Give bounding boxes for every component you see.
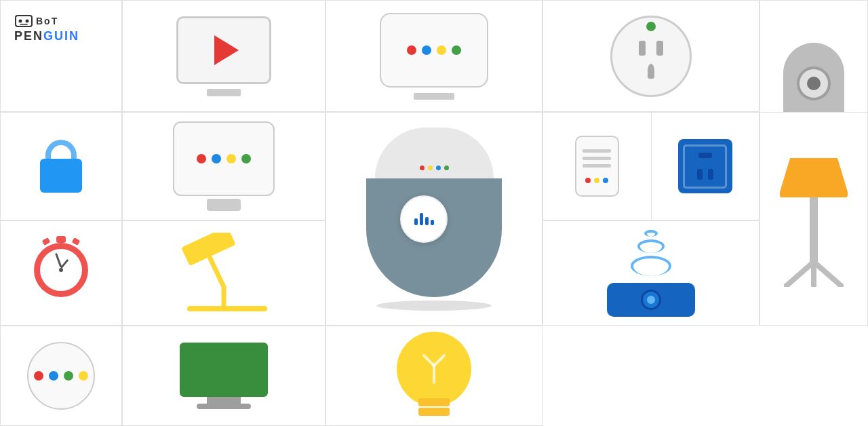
orb-speaker-cell — [0, 326, 122, 426]
mic-bar-1 — [414, 218, 418, 225]
desk-lamp-svg — [170, 233, 278, 314]
router-pupil — [647, 296, 655, 304]
uk-socket-icon — [678, 139, 732, 193]
wifi-arc-inner — [644, 230, 658, 237]
uk-slot-top-wrapper — [689, 153, 721, 158]
mic-button[interactable] — [400, 195, 448, 243]
logo-guin: GUIN — [43, 29, 79, 43]
s-dot-b — [603, 178, 608, 183]
speaker-shadow — [376, 301, 492, 311]
wifi-arc-outer — [631, 256, 671, 276]
speaker-top — [375, 128, 494, 178]
monitor-base — [197, 404, 251, 409]
desk-lamp-cell — [122, 220, 326, 326]
orb-dots — [34, 371, 88, 381]
speaker-dot-blue — [436, 166, 441, 170]
orb-dot-red — [34, 371, 43, 381]
svg-rect-4 — [181, 233, 236, 266]
svg-marker-8 — [780, 158, 848, 192]
mic-bar-4 — [431, 220, 434, 225]
timer-icon-container — [34, 243, 88, 304]
s-dot-r — [585, 178, 591, 183]
mic-bar-3 — [425, 217, 429, 225]
display-dot-green — [241, 154, 251, 163]
monitor-green-icon — [180, 343, 268, 409]
wifi-arcs — [631, 230, 671, 276]
lock-shackle — [45, 140, 77, 160]
uk-slot-right — [708, 169, 713, 180]
dot-red — [407, 45, 416, 55]
google-display-container — [173, 121, 275, 211]
display-dot-yellow — [226, 154, 236, 163]
tv-icon — [176, 16, 271, 84]
lightbulb-svg — [390, 326, 478, 426]
timer-btn-l — [42, 237, 51, 246]
display-dot-red — [197, 154, 206, 163]
outlet-slot-left — [639, 41, 646, 56]
uk-socket-inner — [683, 144, 727, 189]
router-body — [607, 283, 695, 317]
router-eye — [641, 290, 661, 310]
svg-line-11 — [787, 262, 814, 286]
svg-rect-15 — [418, 398, 450, 406]
display-dots — [197, 154, 251, 163]
uk-socket-cell — [652, 113, 760, 220]
floor-lamp-cell — [760, 112, 868, 326]
speaker-line-3 — [583, 164, 611, 168]
main-grid: BoT PENGUIN — [0, 0, 868, 426]
svg-line-5 — [210, 258, 224, 287]
google-home-large-container — [366, 128, 502, 311]
google-dots — [407, 45, 461, 55]
google-mini-container — [380, 13, 488, 100]
monitor-stand — [207, 397, 241, 404]
logo-bot-text: BoT — [36, 16, 58, 26]
timer-stem — [56, 236, 66, 243]
speaker-small-cell — [543, 113, 652, 220]
outlet-two-cell — [542, 112, 760, 220]
google-display-cell — [122, 112, 326, 220]
display-dot-blue — [212, 154, 221, 163]
outlet-two-container — [543, 113, 759, 220]
mic-bars — [414, 213, 434, 225]
outlet-ground — [648, 64, 654, 79]
donut-eye — [797, 66, 831, 100]
lightbulb-cell — [326, 326, 542, 426]
google-display-icon — [173, 121, 275, 196]
speaker-dot-red — [420, 166, 425, 170]
outlet-slot-right — [656, 41, 663, 56]
dot-yellow — [437, 45, 446, 55]
outlet-cell — [542, 0, 760, 112]
timer-cell — [0, 220, 122, 326]
mic-bar-2 — [420, 213, 423, 225]
s-dot-y — [594, 178, 599, 183]
wifi-arc-mid — [637, 239, 665, 253]
play-button-icon — [214, 35, 239, 65]
svg-line-12 — [814, 262, 841, 286]
uk-slot-top — [698, 153, 712, 158]
lock-cell — [0, 112, 122, 220]
donut-pupil — [807, 77, 821, 90]
speaker-lines — [583, 149, 611, 168]
uk-slot-left — [697, 169, 703, 180]
svg-point-1 — [19, 20, 22, 23]
speaker-dot-yellow — [428, 166, 433, 170]
logo-penguin-text: PENGUIN — [14, 29, 79, 43]
power-outlet-icon — [610, 16, 692, 97]
floor-lamp-svg — [766, 151, 861, 287]
timer-face — [40, 249, 82, 291]
orb-dot-blue — [49, 371, 58, 381]
logo-cell: BoT PENGUIN — [0, 0, 122, 112]
svg-rect-16 — [418, 408, 450, 416]
google-mini-cell — [326, 0, 542, 112]
speaker-line-2 — [583, 157, 611, 160]
speaker-line-1 — [583, 149, 611, 153]
speaker-top-dots — [420, 166, 449, 170]
lock-icon — [40, 140, 82, 193]
monitor-screen — [180, 343, 268, 397]
svg-rect-10 — [810, 197, 818, 262]
bot-icon — [14, 14, 33, 28]
timer-icon — [34, 243, 88, 297]
lock-body — [40, 159, 82, 193]
google-mini-icon — [380, 13, 488, 88]
tv-cell — [122, 0, 326, 112]
